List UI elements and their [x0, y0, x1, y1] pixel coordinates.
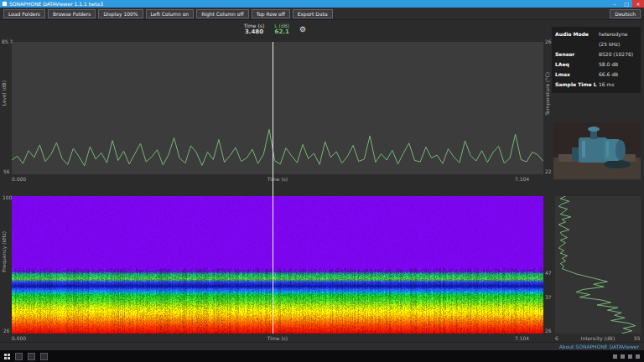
- statusbar: About SONAPHONE DATAViewer: [0, 342, 644, 350]
- equipment-photo-image: [553, 122, 641, 179]
- minimize-button[interactable]: –: [609, 0, 621, 8]
- intensity-x-axis-label: Intensity (dB): [555, 336, 641, 341]
- taskbar-app-icon-1[interactable]: [15, 353, 23, 360]
- info-label: Sensor: [555, 49, 599, 59]
- right-column-toggle-button[interactable]: Right Column off: [196, 9, 248, 18]
- info-row-sensor: Sensor BS20 (10276): [555, 49, 637, 59]
- info-value: BS20 (10276): [599, 49, 637, 59]
- settings-gear-icon[interactable]: ⚙: [299, 26, 306, 34]
- level-readout-value: 62.1: [274, 28, 289, 36]
- intensity-xtick-max: 55: [634, 336, 641, 341]
- taskbar-app-icon-3[interactable]: [40, 353, 48, 360]
- time-readout-label: Time (s): [244, 23, 264, 29]
- start-button-icon[interactable]: [4, 354, 10, 359]
- tray-notification-icon[interactable]: [636, 354, 640, 359]
- maximize-button[interactable]: □: [621, 0, 632, 8]
- info-label: Audio Mode: [555, 29, 599, 49]
- about-link[interactable]: About SONAPHONE DATAViewer: [559, 344, 639, 349]
- taskbar-app-icon-2[interactable]: [28, 353, 35, 360]
- browse-folders-button[interactable]: Browse Folders: [48, 9, 96, 18]
- top-row-toggle-button[interactable]: Top Row off: [252, 9, 290, 18]
- level-readout-label: L (dB): [274, 23, 289, 29]
- app-window: SONAPHONE DATAViewer 1.1.1 beta3 – □ × L…: [0, 0, 644, 362]
- spectrogram-chart[interactable]: [12, 196, 543, 334]
- tray-network-icon[interactable]: [621, 354, 625, 359]
- level-time-chart[interactable]: [12, 42, 543, 174]
- info-row-laeq: LAeq 58.0 dB: [555, 59, 637, 70]
- display-100-button[interactable]: Display 100%: [98, 9, 143, 18]
- measurement-info-panel: Audio Mode heterodyne (25 kHz) Sensor BS…: [552, 27, 641, 93]
- temp-y-axis-label: Temperature (°C): [544, 72, 550, 116]
- freq-ytick-min: 26: [3, 328, 10, 334]
- freq-y-axis-label: Frequency (kHz): [1, 231, 7, 272]
- freq-ytick-right-37: 37: [545, 295, 552, 300]
- load-folders-button[interactable]: Load Folders: [3, 9, 45, 18]
- spectrogram-canvas: [12, 196, 543, 334]
- temp-ytick-max: 26: [545, 39, 552, 44]
- level-xtick-max: 7.104: [515, 177, 529, 182]
- info-row-sample-time: Sample Time L 16 ms: [555, 80, 637, 90]
- intensity-spectrum-plot: [555, 196, 641, 334]
- tray-volume-icon[interactable]: [628, 354, 632, 359]
- info-value: heterodyne (25 kHz): [599, 29, 637, 49]
- tray-chevron-icon[interactable]: [613, 354, 617, 359]
- info-value: 16 ms: [599, 80, 637, 90]
- close-button[interactable]: ×: [632, 0, 644, 8]
- freq-ytick-right-47: 47: [545, 271, 552, 276]
- language-button[interactable]: Deutsch: [610, 9, 641, 18]
- info-label: LAeq: [555, 59, 599, 70]
- windows-taskbar: [0, 350, 644, 362]
- time-readout-value: 3.480: [244, 28, 264, 36]
- level-y-axis-label: Level (dB): [1, 80, 7, 106]
- info-row-lmax: Lmax 66.6 dB: [555, 70, 637, 80]
- time-cursor-line[interactable]: [273, 42, 273, 334]
- freq-ytick-max: 100: [3, 195, 12, 200]
- info-value: 58.0 dB: [599, 59, 637, 70]
- info-label: Sample Time L: [555, 80, 599, 90]
- freq-ytick-right-26: 26: [545, 328, 552, 334]
- left-column-toggle-button[interactable]: Left Column on: [146, 9, 195, 18]
- temp-ytick-min: 22: [545, 169, 552, 174]
- level-line-plot: [12, 42, 543, 174]
- intensity-spectrum-chart[interactable]: [555, 196, 641, 334]
- info-value: 66.6 dB: [599, 70, 637, 80]
- toolbar: Load Folders Browse Folders Display 100%…: [0, 8, 644, 20]
- level-ytick-min: 56: [3, 169, 10, 174]
- info-label: Lmax: [555, 70, 599, 80]
- equipment-photo: [553, 122, 641, 179]
- level-ytick-max: 85.7: [2, 39, 13, 44]
- time-readout: Time (s) 3.480: [244, 23, 264, 36]
- cursor-readout: Time (s) 3.480 L (dB) 62.1 ⚙: [0, 20, 550, 39]
- info-row-audio-mode: Audio Mode heterodyne (25 kHz): [555, 29, 637, 49]
- export-data-button[interactable]: Export Data: [293, 9, 333, 18]
- spec-xtick-max: 7.104: [515, 336, 529, 341]
- app-icon: [3, 2, 7, 6]
- workspace: Time (s) 3.480 L (dB) 62.1 ⚙ 85.7 56 Lev…: [0, 20, 644, 342]
- level-readout: L (dB) 62.1: [274, 23, 289, 36]
- titlebar: SONAPHONE DATAViewer 1.1.1 beta3 – □ ×: [0, 0, 644, 8]
- level-x-axis-label: Time (s): [12, 177, 543, 182]
- window-title: SONAPHONE DATAViewer 1.1.1 beta3: [9, 0, 609, 8]
- system-tray: [613, 354, 640, 359]
- spec-x-axis-label: Time (s): [12, 336, 543, 341]
